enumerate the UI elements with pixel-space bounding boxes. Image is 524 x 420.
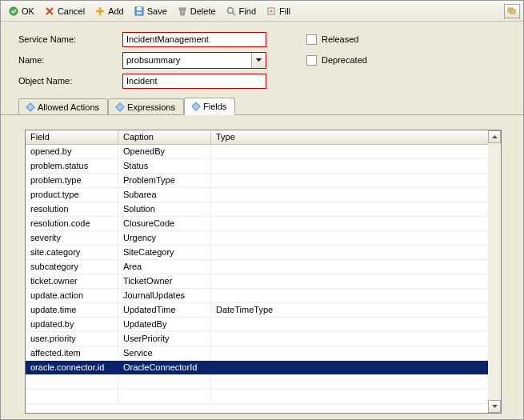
released-checkbox[interactable] <box>306 34 317 45</box>
tab-label: Fields <box>203 102 226 111</box>
grid-header: Field Caption Type <box>26 130 501 145</box>
table-row[interactable]: update.timeUpdatedTimeDateTimeType <box>26 303 501 318</box>
table-row[interactable]: oracle.connector.idOracleConnectorId <box>26 361 501 375</box>
cell-type <box>211 346 501 360</box>
cell-field: update.time <box>26 303 118 317</box>
cell-type <box>211 318 501 331</box>
service-name-input[interactable] <box>122 32 266 47</box>
tab-label: Allowed Actions <box>38 102 99 112</box>
fill-label: Fill <box>279 6 290 16</box>
overflow-button[interactable] <box>504 4 520 18</box>
table-row-empty <box>26 390 501 404</box>
table-row[interactable]: site.categorySiteCategory <box>26 246 501 260</box>
cell-caption: Service <box>118 346 211 360</box>
form-area: Service Name: Released Name: probsummary… <box>1 22 523 97</box>
cell-field: update.action <box>26 289 118 302</box>
tab-label: Expressions <box>127 102 175 112</box>
cell-field: ticket.owner <box>26 274 118 288</box>
table-row[interactable]: problem.statusStatus <box>26 159 501 174</box>
save-label: Save <box>147 6 167 16</box>
name-combo[interactable]: probsummary <box>122 52 266 69</box>
add-label: Add <box>108 6 124 16</box>
col-type[interactable]: Type <box>211 130 501 144</box>
table-row[interactable]: problem.typeProblemType <box>26 174 501 188</box>
svg-point-0 <box>10 7 18 15</box>
cell-caption: Urgency <box>118 231 211 245</box>
svg-rect-2 <box>137 7 142 10</box>
ok-button[interactable]: OK <box>4 4 38 18</box>
tab-allowed-actions[interactable]: Allowed Actions <box>18 98 108 114</box>
cell-field: subcategory <box>26 260 118 274</box>
name-combo-drop[interactable] <box>251 53 266 68</box>
cell-type <box>211 159 501 173</box>
delete-button[interactable]: Delete <box>173 4 220 18</box>
table-row[interactable]: product.typeSubarea <box>26 188 501 202</box>
col-field[interactable]: Field <box>26 130 118 144</box>
cell-caption: Status <box>118 159 211 173</box>
cancel-icon <box>44 6 55 17</box>
col-caption[interactable]: Caption <box>118 130 211 144</box>
table-row[interactable]: affected.itemService <box>26 346 501 361</box>
cell-caption: UpdatedBy <box>118 318 211 331</box>
cell-field: severity <box>26 231 118 245</box>
cell-field: problem.type <box>26 174 118 187</box>
cell-type <box>211 217 501 230</box>
svg-line-6 <box>233 13 235 15</box>
service-name-label: Service Name: <box>18 34 122 44</box>
cancel-button[interactable]: Cancel <box>40 4 89 18</box>
cell-field: opened.by <box>26 145 118 158</box>
cell-caption: TicketOwner <box>118 274 211 288</box>
cell-caption: Solution <box>118 202 211 216</box>
table-row[interactable]: ticket.ownerTicketOwner <box>26 274 501 289</box>
save-button[interactable]: Save <box>130 4 171 18</box>
tab-expressions[interactable]: Expressions <box>108 98 184 114</box>
table-row[interactable]: user.priorityUserPriority <box>26 332 501 346</box>
fill-button[interactable]: Fill <box>262 4 294 18</box>
table-row[interactable]: update.actionJournalUpdates <box>26 289 501 303</box>
svg-rect-9 <box>510 10 515 14</box>
cell-type: DateTimeType <box>211 303 501 317</box>
svg-rect-3 <box>137 12 142 14</box>
table-row[interactable]: subcategoryArea <box>26 260 501 274</box>
cell-caption: OpenedBy <box>118 145 211 158</box>
add-button[interactable]: Add <box>90 4 128 18</box>
cell-field: updated.by <box>26 318 118 331</box>
cell-field: user.priority <box>26 332 118 346</box>
tab-fields[interactable]: Fields <box>184 98 235 115</box>
diamond-icon <box>26 102 34 111</box>
delete-label: Delete <box>190 6 216 16</box>
cell-type <box>211 174 501 187</box>
table-row[interactable]: resolution.codeClosureCode <box>26 217 501 231</box>
table-row[interactable]: opened.byOpenedBy <box>26 145 501 159</box>
cancel-label: Cancel <box>58 6 85 16</box>
svg-rect-4 <box>179 8 186 10</box>
find-button[interactable]: Find <box>222 4 260 18</box>
diamond-icon <box>191 102 200 110</box>
released-label: Released <box>322 34 358 44</box>
scroll-track[interactable] <box>488 143 501 400</box>
cell-field: oracle.connector.id <box>26 361 118 374</box>
cell-field: problem.status <box>26 159 118 173</box>
table-row-empty <box>26 375 501 390</box>
tabstrip: Allowed Actions Expressions Fields <box>1 97 523 115</box>
object-name-input[interactable] <box>122 74 266 89</box>
cell-caption: Area <box>118 260 211 274</box>
cell-caption: ClosureCode <box>118 217 211 230</box>
scroll-down-button[interactable] <box>488 400 501 413</box>
table-row[interactable]: resolutionSolution <box>26 202 501 217</box>
grid-body: opened.byOpenedByproblem.statusStatuspro… <box>26 145 501 413</box>
vertical-scrollbar[interactable] <box>488 130 501 413</box>
cell-field: resolution <box>26 202 118 216</box>
deprecated-label: Deprecated <box>322 55 367 65</box>
deprecated-checkbox[interactable] <box>306 55 317 66</box>
cell-type <box>211 274 501 288</box>
scroll-up-button[interactable] <box>488 130 501 143</box>
save-icon <box>134 6 145 17</box>
cell-type <box>211 188 501 202</box>
cell-type <box>211 260 501 274</box>
table-row[interactable]: updated.byUpdatedBy <box>26 318 501 332</box>
overflow-icon <box>507 7 517 15</box>
table-row[interactable]: severityUrgency <box>26 231 501 246</box>
ok-icon <box>8 6 19 17</box>
cell-type <box>211 246 501 259</box>
